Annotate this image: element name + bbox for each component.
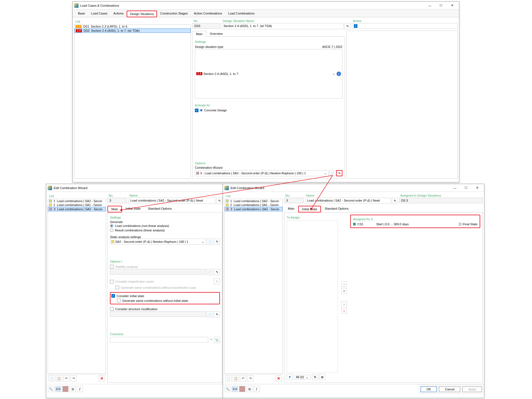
name-input[interactable]: Section 2.4 (ASD), 1. to 7. (w/ TDA) — [222, 23, 344, 29]
tab-base[interactable]: Base — [75, 10, 88, 17]
edit-name-button[interactable]: ✎ — [344, 23, 350, 29]
edit-button[interactable]: ✎ — [214, 311, 220, 317]
name-input[interactable]: Load combinations | SA2 - Second-order (… — [305, 198, 391, 204]
maximize-button[interactable]: ☐ — [435, 3, 447, 9]
new-button[interactable]: 📄 — [207, 269, 213, 275]
expand-button[interactable]: ⊞ — [319, 374, 325, 380]
name-input[interactable]: Load combinations | SA2 - Second-order (… — [128, 198, 215, 204]
filter-value[interactable]: All (0)⌄ — [294, 375, 311, 380]
to-assign-list[interactable] — [287, 220, 338, 373]
delete-button[interactable]: ✕ — [276, 375, 282, 381]
new-cw-button[interactable]: 📄 — [329, 170, 335, 176]
sort-button[interactable]: ⇅ — [312, 374, 318, 380]
list-row[interactable]: 1Load combinations | SA2 - Secon — [48, 199, 106, 203]
chevron-down-icon[interactable]: ⌄ — [332, 72, 335, 75]
initial-state-checkbox[interactable]: ✓ — [111, 294, 115, 298]
new-button[interactable]: 📄 — [49, 375, 55, 381]
sas-dropdown[interactable]: SA2 - Second-order (P-Δ) | Newton-Raphso… — [110, 239, 206, 245]
list-row[interactable]: 2Load combinations | SA1 - Geom — [48, 203, 106, 207]
assigned-input[interactable]: DS 3 — [399, 198, 483, 203]
list-row[interactable]: 1Load combinations | SA2 - Secon — [225, 199, 283, 203]
tab-load-combinations[interactable]: Load Combinations — [225, 10, 258, 17]
delete-button[interactable]: ✕ — [99, 375, 105, 381]
add-all-button[interactable]: » — [341, 288, 347, 293]
maximize-button[interactable]: ☐ — [460, 185, 472, 191]
search-button[interactable]: 🔍 — [225, 386, 231, 392]
units-button[interactable]: 0.0 — [232, 386, 238, 392]
new-button[interactable]: 📄 — [225, 375, 232, 381]
redo-button[interactable]: ↷ — [70, 375, 77, 381]
color-button[interactable] — [62, 386, 68, 392]
attachment-button[interactable]: 📎 — [214, 337, 220, 343]
list-row-selected[interactable]: 2.4 DS3 Section 2.4 (ASD), 1. to 7. (w/ … — [74, 28, 191, 33]
script-button[interactable]: ƒ — [77, 386, 83, 392]
new-sas-button[interactable]: 📄 — [207, 239, 213, 245]
add-button[interactable]: › — [341, 281, 347, 287]
script-button[interactable]: ƒ — [254, 386, 260, 392]
close-button[interactable]: ✕ — [447, 3, 458, 9]
apply-button[interactable]: Apply — [462, 386, 482, 392]
info-icon[interactable]: i — [337, 72, 341, 76]
search-button[interactable]: 🔍 — [48, 386, 54, 392]
chevron-down-icon[interactable]: ⌄ — [209, 337, 213, 343]
tab-action-combinations[interactable]: Action Combinations — [191, 10, 225, 17]
radio-nonlinear[interactable] — [110, 224, 113, 227]
ds-type-dropdown[interactable]: 2.4 Section 2.4 (ASD), 1. to 7. ⌄ i — [195, 49, 342, 99]
copy-button[interactable]: 📋 — [233, 375, 239, 381]
imperfection-sub-checkbox[interactable] — [116, 286, 119, 289]
radio-linear[interactable] — [110, 229, 113, 232]
filter-button[interactable]: ▼ — [287, 374, 293, 380]
comment-input[interactable] — [110, 337, 208, 342]
final-label: Final State — [463, 222, 477, 226]
edit-cw-button[interactable]: ✎ — [336, 170, 342, 176]
subtab-main[interactable]: Main — [107, 206, 122, 212]
edit-name-button[interactable]: ✎ — [216, 198, 222, 204]
new-button[interactable]: 📄 — [207, 311, 213, 317]
undo-button[interactable]: ↶ — [240, 375, 246, 381]
subtab-standard-options[interactable]: Standard Options — [321, 205, 352, 212]
subtab-initial-state[interactable]: Initial State — [298, 206, 321, 212]
subtab-standard-options[interactable]: Standard Options — [144, 205, 175, 212]
edit-button[interactable]: ✎ — [214, 269, 220, 275]
no-input[interactable]: 3 — [107, 198, 127, 203]
subtab-main[interactable]: Main — [192, 31, 206, 37]
remove-all-button[interactable]: « — [341, 308, 347, 314]
no-input[interactable]: 3 — [284, 198, 304, 203]
structmod-checkbox[interactable] — [110, 307, 114, 311]
ok-button[interactable]: OK — [421, 386, 437, 392]
list-row-selected[interactable]: 3Load combinations | SA2 - Secon — [225, 207, 283, 211]
initial-state-sub-checkbox[interactable] — [117, 299, 121, 302]
edit-button[interactable]: ✎ — [214, 278, 220, 285]
close-button[interactable]: ✕ — [472, 185, 483, 191]
tab-load-cases[interactable]: Load Cases — [88, 10, 111, 17]
tree-button[interactable]: ⊟ — [70, 386, 76, 392]
stability-checkbox[interactable] — [110, 265, 114, 268]
tab-construction-stages[interactable]: Construction Stages — [157, 10, 191, 17]
cancel-button[interactable]: Cancel — [439, 386, 460, 392]
edit-name-button[interactable]: ✎ — [392, 198, 398, 204]
imperfection-checkbox[interactable] — [110, 280, 114, 283]
tab-design-situations[interactable]: Design Situations — [127, 11, 157, 17]
color-button[interactable] — [239, 386, 245, 392]
undo-button[interactable]: ↶ — [63, 375, 69, 381]
no-input[interactable]: DS3 — [192, 23, 220, 29]
units-button[interactable]: 0.0 — [55, 386, 61, 392]
chevron-down-icon[interactable]: ⌄ — [323, 172, 327, 175]
remove-button[interactable]: ‹ — [341, 301, 347, 307]
cw-dropdown[interactable]: 3 - Load combinations | SA2 - Second-ord… — [195, 170, 328, 176]
list-row[interactable]: 2Load combinations | SA1 - Geom — [225, 203, 283, 207]
list-row[interactable]: 2.3 DS1 Section 2.3 (LRFD), 1. to 5. — [74, 25, 191, 28]
tree-button[interactable]: ⊟ — [246, 386, 252, 392]
subtab-initial-state[interactable]: Initial State — [122, 205, 144, 212]
redo-button[interactable]: ↷ — [247, 375, 253, 381]
edit-sas-button[interactable]: ✎ — [214, 239, 220, 245]
minimize-button[interactable]: — — [424, 3, 435, 9]
subtab-overview[interactable]: Overview — [206, 31, 226, 36]
concrete-checkbox[interactable]: ✓ — [195, 109, 198, 112]
list-row-selected[interactable]: 3Load combinations | SA2 - Secon — [48, 207, 106, 211]
minimize-button[interactable]: — — [449, 185, 460, 191]
active-checkbox[interactable]: ✓ — [354, 24, 357, 28]
subtab-main[interactable]: Main — [284, 205, 298, 212]
tab-actions[interactable]: Actions — [111, 10, 127, 17]
copy-button[interactable]: 📋 — [56, 375, 62, 381]
